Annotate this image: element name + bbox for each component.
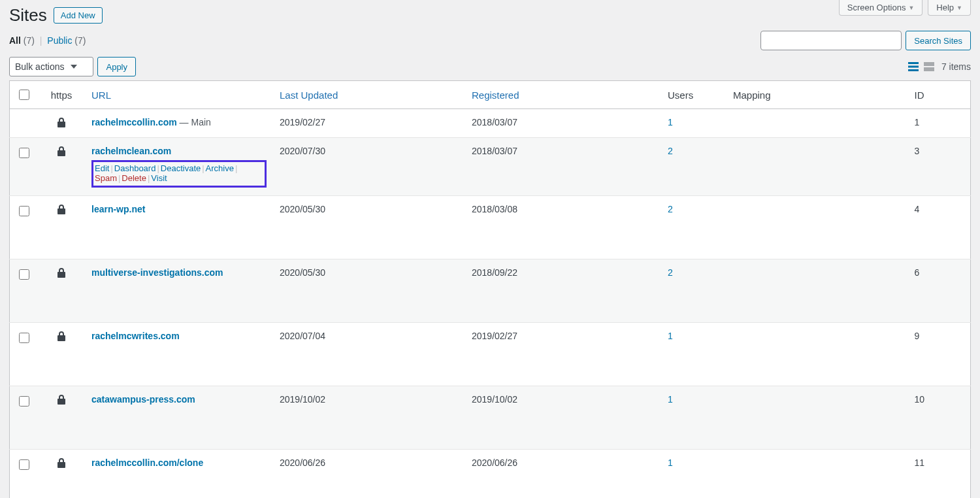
search-button[interactable]: Search Sites xyxy=(906,31,971,50)
cell-id: 6 xyxy=(908,259,971,323)
cell-registered: 2019/10/02 xyxy=(465,386,661,450)
cell-registered: 2019/02/27 xyxy=(465,323,661,386)
action-archive[interactable]: Archive xyxy=(206,163,234,173)
filter-public-count: (7) xyxy=(74,35,86,46)
view-list-icon[interactable] xyxy=(906,59,921,74)
table-header-row: https URL Last Updated Registered Users … xyxy=(10,81,971,109)
cell-last-updated: 2020/07/04 xyxy=(273,323,465,386)
screen-options-button[interactable]: Screen Options ▼ xyxy=(839,0,923,16)
users-link[interactable]: 1 xyxy=(668,331,673,341)
cell-registered: 2018/09/22 xyxy=(465,259,661,323)
cell-last-updated: 2019/10/02 xyxy=(273,386,465,450)
table-row: catawampus-press.com2019/10/022019/10/02… xyxy=(10,386,971,450)
bulk-actions-select[interactable]: Bulk actions xyxy=(9,57,93,76)
cell-last-updated: 2020/05/30 xyxy=(273,259,465,323)
cell-mapping xyxy=(727,259,908,323)
users-link[interactable]: 1 xyxy=(668,457,673,468)
filter-all-count: (7) xyxy=(24,35,35,46)
row-checkbox[interactable] xyxy=(19,333,29,343)
row-checkbox[interactable] xyxy=(19,148,29,158)
lock-icon xyxy=(57,267,66,278)
lock-icon xyxy=(57,331,66,341)
users-link[interactable]: 2 xyxy=(668,267,673,278)
page-title: Sites xyxy=(9,5,47,25)
pagination-items: 7 items xyxy=(941,61,971,72)
row-checkbox[interactable] xyxy=(19,206,29,216)
column-mapping: Mapping xyxy=(727,81,908,109)
users-link[interactable]: 2 xyxy=(668,146,673,156)
cell-mapping xyxy=(727,386,908,450)
action-delete[interactable]: Delete xyxy=(122,173,146,183)
users-link[interactable]: 2 xyxy=(668,204,673,214)
filter-public[interactable]: Public xyxy=(47,35,72,46)
main-site-label: — Main xyxy=(180,117,211,127)
view-excerpt-icon[interactable] xyxy=(922,59,936,74)
svg-rect-0 xyxy=(908,62,919,64)
row-actions: Edit|Dashboard|Deactivate|Archive|Spam|D… xyxy=(91,160,267,188)
action-dashboard[interactable]: Dashboard xyxy=(114,163,156,173)
lock-icon xyxy=(57,117,66,127)
table-row: rachelmclean.comEdit|Dashboard|Deactivat… xyxy=(10,138,971,196)
table-row: rachelmcwrites.com2020/07/042019/02/2719 xyxy=(10,323,971,386)
row-checkbox[interactable] xyxy=(19,459,29,470)
screen-options-label: Screen Options xyxy=(847,3,906,12)
cell-last-updated: 2020/05/30 xyxy=(273,196,465,259)
filter-all[interactable]: All xyxy=(9,35,21,46)
column-id: ID xyxy=(908,81,971,109)
row-checkbox[interactable] xyxy=(19,269,29,280)
action-visit[interactable]: Visit xyxy=(151,173,167,183)
column-url[interactable]: URL xyxy=(85,81,273,109)
cell-id: 10 xyxy=(908,386,971,450)
chevron-down-icon xyxy=(71,65,77,69)
select-all-checkbox[interactable] xyxy=(19,90,29,100)
apply-button[interactable]: Apply xyxy=(97,57,136,76)
site-url-link[interactable]: learn-wp.net xyxy=(91,204,145,214)
search-input[interactable] xyxy=(760,31,902,50)
column-registered[interactable]: Registered xyxy=(465,81,661,109)
cell-mapping xyxy=(727,109,908,138)
cell-last-updated: 2020/06/26 xyxy=(273,450,465,499)
site-url-link[interactable]: catawampus-press.com xyxy=(91,394,195,405)
cell-id: 3 xyxy=(908,138,971,196)
column-users: Users xyxy=(661,81,727,109)
users-link[interactable]: 1 xyxy=(668,117,673,127)
table-row: rachelmccollin.com/clone2020/06/262020/0… xyxy=(10,450,971,499)
cell-mapping xyxy=(727,138,908,196)
cell-id: 9 xyxy=(908,323,971,386)
svg-rect-1 xyxy=(908,66,919,68)
cell-mapping xyxy=(727,323,908,386)
bulk-actions-label: Bulk actions xyxy=(15,61,64,72)
site-url-link[interactable]: rachelmccollin.com/clone xyxy=(91,457,203,468)
cell-id: 1 xyxy=(908,109,971,138)
add-new-button[interactable]: Add New xyxy=(54,7,103,24)
column-https: https xyxy=(38,81,85,109)
users-link[interactable]: 1 xyxy=(668,394,673,405)
action-deactivate[interactable]: Deactivate xyxy=(161,163,201,173)
cell-registered: 2020/06/26 xyxy=(465,450,661,499)
cell-registered: 2018/03/07 xyxy=(465,138,661,196)
site-url-link[interactable]: rachelmcwrites.com xyxy=(91,331,180,341)
lock-icon xyxy=(57,204,66,214)
svg-rect-3 xyxy=(924,62,934,66)
cell-last-updated: 2020/07/30 xyxy=(273,138,465,196)
site-url-link[interactable]: rachelmclean.com xyxy=(91,146,171,156)
cell-registered: 2018/03/08 xyxy=(465,196,661,259)
action-edit[interactable]: Edit xyxy=(95,163,109,173)
lock-icon xyxy=(57,394,66,405)
chevron-down-icon: ▼ xyxy=(956,5,962,11)
table-row: learn-wp.net2020/05/302018/03/0824 xyxy=(10,196,971,259)
help-button[interactable]: Help ▼ xyxy=(928,0,971,16)
view-switch xyxy=(906,59,936,74)
site-url-link[interactable]: rachelmccollin.com xyxy=(91,117,177,127)
lock-icon xyxy=(57,146,66,156)
lock-icon xyxy=(57,457,66,468)
column-last-updated[interactable]: Last Updated xyxy=(273,81,465,109)
site-url-link[interactable]: multiverse-investigations.com xyxy=(91,267,223,278)
cell-last-updated: 2019/02/27 xyxy=(273,109,465,138)
cell-id: 11 xyxy=(908,450,971,499)
cell-registered: 2018/03/07 xyxy=(465,109,661,138)
action-spam[interactable]: Spam xyxy=(95,173,117,183)
row-checkbox[interactable] xyxy=(19,396,29,407)
cell-mapping xyxy=(727,450,908,499)
sites-table: https URL Last Updated Registered Users … xyxy=(9,80,971,498)
